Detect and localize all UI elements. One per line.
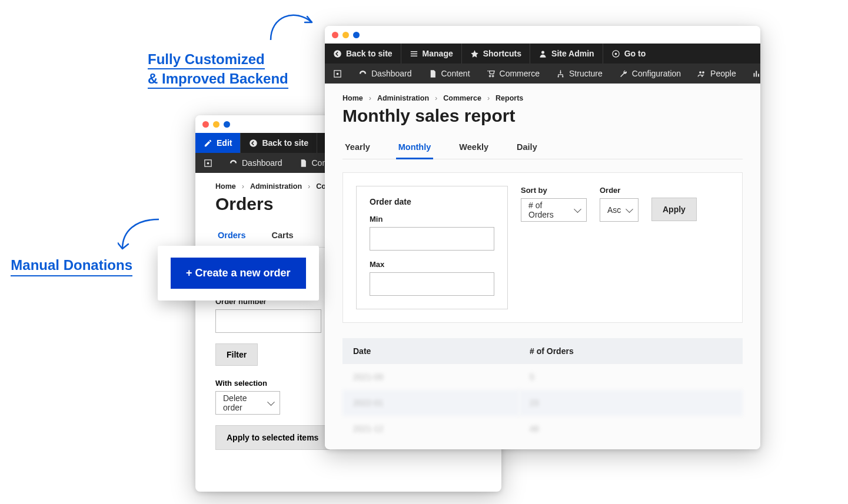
back-to-site-button[interactable]: Back to site xyxy=(240,133,317,153)
manage-button[interactable]: Manage xyxy=(401,44,461,64)
home-square-button[interactable] xyxy=(325,64,350,84)
people-label: People xyxy=(710,69,736,78)
col-date[interactable]: Date xyxy=(342,338,519,364)
configuration-link[interactable]: Configuration xyxy=(611,64,689,84)
callout-backend-line2: & Improved Backend xyxy=(148,69,288,89)
file-icon xyxy=(299,159,308,168)
breadcrumb-home[interactable]: Home xyxy=(342,94,363,102)
arrow-left-circle-icon xyxy=(249,139,258,148)
commerce-link[interactable]: Commerce xyxy=(478,64,548,84)
back-label: Back to site xyxy=(262,138,308,148)
svg-point-2 xyxy=(207,162,209,164)
back-label: Back to site xyxy=(346,49,393,58)
goto-button[interactable]: Go to xyxy=(603,44,654,64)
arrow-backend xyxy=(265,5,318,46)
sort-by-dropdown[interactable]: # of Orders xyxy=(521,198,587,222)
svg-point-3 xyxy=(334,50,341,58)
wrench-icon xyxy=(619,69,628,78)
svg-point-8 xyxy=(337,72,339,75)
order-label: Order xyxy=(600,186,639,195)
manage-label: Manage xyxy=(423,49,453,58)
file-icon xyxy=(428,69,437,78)
order-date-fieldset: Order date Min Max xyxy=(356,186,508,309)
breadcrumb-admin[interactable]: Administration xyxy=(377,94,429,102)
square-target-icon xyxy=(204,159,212,168)
home-square-button[interactable] xyxy=(195,153,221,173)
order-dropdown[interactable]: Asc xyxy=(600,198,639,222)
bar-chart-icon xyxy=(753,69,760,78)
people-link[interactable]: People xyxy=(689,64,744,84)
breadcrumb-home[interactable]: Home xyxy=(215,182,236,191)
tab-yearly[interactable]: Yearly xyxy=(342,136,373,159)
close-dot-icon[interactable] xyxy=(202,121,209,128)
expand-dot-icon[interactable] xyxy=(224,121,230,128)
expand-dot-icon[interactable] xyxy=(353,32,360,38)
max-input[interactable] xyxy=(370,272,494,296)
order-date-title: Order date xyxy=(370,197,494,206)
arrow-left-circle-icon xyxy=(333,49,342,58)
breadcrumb-admin[interactable]: Administration xyxy=(250,182,302,191)
gauge-icon xyxy=(358,69,367,78)
admin-label: Site Admin xyxy=(551,49,594,58)
report-breadcrumb: Home › Administration › Commerce › Repor… xyxy=(342,94,743,102)
minimize-dot-icon[interactable] xyxy=(342,32,349,38)
edit-label: Edit xyxy=(217,138,232,148)
svg-point-4 xyxy=(541,51,544,54)
breadcrumb-sep: › xyxy=(308,182,310,191)
apply-selected-button[interactable]: Apply to selected items xyxy=(215,425,330,450)
edit-button[interactable]: Edit xyxy=(195,133,240,153)
svg-point-0 xyxy=(250,139,258,147)
tab-daily[interactable]: Daily xyxy=(514,136,540,159)
tab-carts[interactable]: Carts xyxy=(270,225,296,247)
breadcrumb-sep: › xyxy=(242,182,244,191)
breadcrumb-commerce[interactable]: Commerce xyxy=(443,94,481,102)
callout-backend-line1: Fully Customized xyxy=(148,50,265,69)
order-col: Order Asc xyxy=(600,186,639,222)
min-input[interactable] xyxy=(370,227,494,251)
report-page-title: Monthly sales report xyxy=(342,106,743,126)
svg-point-6 xyxy=(614,52,617,55)
dashboard-label: Dashboard xyxy=(242,158,282,168)
content-link[interactable]: Content xyxy=(420,64,478,84)
max-label: Max xyxy=(370,260,494,269)
create-order-button[interactable]: + Create a new order xyxy=(171,258,306,289)
min-label: Min xyxy=(370,215,494,223)
svg-point-10 xyxy=(702,71,704,74)
minimize-dot-icon[interactable] xyxy=(213,121,220,128)
apply-button[interactable]: Apply xyxy=(651,198,697,221)
user-icon xyxy=(538,49,547,58)
sort-by-col: Sort by # of Orders xyxy=(521,186,587,222)
tab-monthly[interactable]: Monthly xyxy=(396,136,434,159)
commerce-label: Commerce xyxy=(500,69,540,78)
back-to-site-button[interactable]: Back to site xyxy=(325,44,401,64)
table-row: 2022-0123 xyxy=(342,390,743,416)
callout-donations: Manual Donations xyxy=(0,256,132,276)
structure-link[interactable]: Structure xyxy=(548,64,611,84)
col-orders[interactable]: # of Orders xyxy=(519,338,743,364)
filters-box: Order date Min Max Sort by # of Orders O… xyxy=(342,172,743,323)
dashboard-link[interactable]: Dashboard xyxy=(221,153,291,173)
order-value: Asc xyxy=(607,205,621,215)
goto-label: Go to xyxy=(624,49,646,58)
breadcrumb-reports[interactable]: Reports xyxy=(496,94,523,102)
star-icon xyxy=(470,49,479,58)
order-number-input[interactable] xyxy=(215,309,321,333)
report-table: Date # of Orders 2021-095 2022-0123 2021… xyxy=(342,338,743,442)
dashboard-link[interactable]: Dashboard xyxy=(350,64,420,84)
shortcuts-button[interactable]: Shortcuts xyxy=(461,44,530,64)
hamburger-icon xyxy=(410,49,418,58)
callout-donations-text: Manual Donations xyxy=(11,256,132,276)
filter-button[interactable]: Filter xyxy=(215,343,258,366)
pencil-icon xyxy=(204,139,212,148)
close-dot-icon[interactable] xyxy=(332,32,338,38)
report-tabs: Yearly Monthly Weekly Daily xyxy=(342,136,743,159)
site-admin-button[interactable]: Site Admin xyxy=(530,44,603,64)
report-content: Home › Administration › Commerce › Repor… xyxy=(325,84,760,449)
shortcuts-label: Shortcuts xyxy=(483,49,521,58)
report-secondbar: Dashboard Content Commerce Structure Con… xyxy=(325,64,760,84)
reports-link[interactable]: Reports xyxy=(744,64,760,84)
create-order-card: + Create a new order xyxy=(158,246,319,301)
tab-orders[interactable]: Orders xyxy=(215,225,248,247)
tab-weekly[interactable]: Weekly xyxy=(457,136,491,159)
with-selection-dropdown[interactable]: Delete order xyxy=(215,391,280,415)
